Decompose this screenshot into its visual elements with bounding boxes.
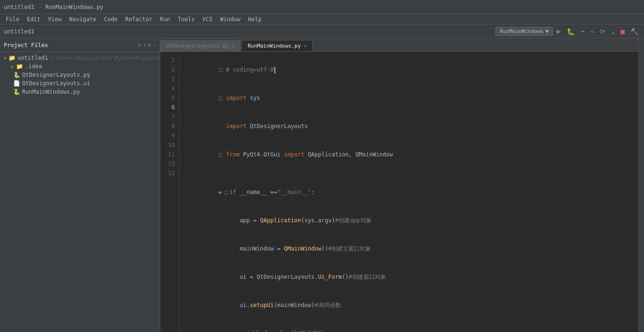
- run-button[interactable]: ▶: [555, 26, 563, 37]
- cloud-button[interactable]: ☁: [609, 27, 617, 36]
- menu-item-edit[interactable]: Edit: [23, 14, 44, 24]
- indent-11: [219, 330, 236, 332]
- arrow-root: ▼: [4, 56, 7, 61]
- run-config-label: RunMainWindows: [500, 28, 544, 34]
- menu-item-vcs[interactable]: VCS: [198, 14, 216, 24]
- toolbar-left: untitled1: [4, 28, 34, 35]
- menu-item-tools[interactable]: Tools: [174, 14, 198, 24]
- stop-button[interactable]: ■: [619, 27, 627, 36]
- tab-runmainwindows[interactable]: RunMainWindows.py ×: [241, 40, 313, 51]
- tab-qtdesignerlayouts[interactable]: QtDesignerLayouts.py ×: [160, 40, 240, 51]
- comment-8: #创建主窗口对象: [328, 245, 371, 252]
- code-editor[interactable]: 1 2 3 4 5 6 7 8 9 10 11 12 13 □# coding=…: [160, 52, 638, 332]
- project-panel-header: Project Files ⊕ ↕ ⚙ –: [0, 39, 160, 52]
- code-content[interactable]: □# coding=utf-8 □import sys import QtDes…: [179, 52, 638, 332]
- colon: :: [311, 189, 314, 195]
- panel-action-sync[interactable]: ↕: [143, 42, 146, 48]
- indent-9: [219, 274, 236, 280]
- tab-close-2[interactable]: ×: [304, 43, 306, 49]
- line-8: 8: [160, 121, 179, 131]
- menu-item-help[interactable]: Help: [244, 14, 265, 24]
- run-config[interactable]: RunMainWindows ▼: [495, 27, 553, 36]
- tab-label-2: RunMainWindows.py: [248, 43, 301, 49]
- tab-bar: QtDesignerLayouts.py × RunMainWindows.py…: [160, 39, 638, 52]
- menu-item-navigate[interactable]: Navigate: [66, 14, 100, 24]
- python-icon-1: 🐍: [13, 72, 20, 78]
- right-scrollbar[interactable]: [638, 39, 644, 332]
- tree-item-root[interactable]: ▼ 📁 untitled1 C:\Users\Administrator\Pyc…: [0, 54, 160, 62]
- indent-8: [219, 245, 236, 252]
- code-line-1: □# coding=utf-8: [185, 56, 633, 84]
- uiform-fn: Ui_Form: [318, 274, 342, 280]
- tree-item-idea[interactable]: ▶ 📁 .idea: [0, 62, 160, 71]
- mainwindow-args: (): [322, 245, 328, 252]
- setupui-fn: setupUi: [250, 302, 274, 308]
- menu-item-file[interactable]: File: [2, 14, 23, 24]
- menu-item-window[interactable]: Window: [216, 14, 244, 24]
- project-panel: Project Files ⊕ ↕ ⚙ – ▼ 📁 untitled1 C:\U…: [0, 39, 160, 332]
- import-1: import: [226, 95, 246, 101]
- editor-area: QtDesignerLayouts.py × RunMainWindows.py…: [160, 39, 638, 332]
- code-line-3: import QtDesignerLayouts: [185, 112, 633, 140]
- line-1: 1: [160, 56, 179, 65]
- qtdesigner-ui-label: QtDesignerLayouts.ui: [22, 80, 91, 87]
- file-title: RunMainWindows.py: [45, 4, 103, 10]
- mainwindow-var: mainWindow =: [239, 245, 284, 252]
- import-2: import: [226, 123, 246, 130]
- fold-6: □: [224, 189, 227, 195]
- from-kw: from: [226, 151, 239, 158]
- line-10: 10: [160, 140, 179, 150]
- menu-item-run[interactable]: Run: [156, 14, 174, 24]
- line-numbers: 1 2 3 4 5 6 7 8 9 10 11 12 13: [160, 52, 179, 332]
- folder-icon-idea: 📁: [16, 63, 23, 70]
- line-13: 13: [160, 169, 179, 178]
- name-check: __name__ ==: [236, 189, 277, 195]
- project-title: untitled1: [4, 4, 34, 10]
- comment-11: #显示窗口: [297, 330, 323, 332]
- ui-icon: 📄: [13, 80, 20, 87]
- debug-button[interactable]: 🐛: [565, 27, 577, 36]
- coverage-button[interactable]: ☂: [578, 27, 586, 36]
- concurrency-button[interactable]: ⟳: [598, 27, 607, 36]
- profile-button[interactable]: ⚡: [588, 27, 596, 36]
- tree-item-qtdesigner-ui[interactable]: 📄 QtDesignerLayouts.ui: [0, 79, 160, 88]
- arrow-idea: ▶: [11, 64, 14, 69]
- ui-args: (): [342, 274, 348, 280]
- line-9: 9: [160, 131, 179, 140]
- panel-action-new[interactable]: ⊕: [138, 42, 141, 48]
- pyqt4: PyQt4.QtGui: [239, 151, 284, 158]
- build-button[interactable]: 🔨: [628, 27, 640, 36]
- line-3: 3: [160, 74, 179, 84]
- main-area: Project Files ⊕ ↕ ⚙ – ▼ 📁 untitled1 C:\U…: [0, 39, 644, 332]
- file-tree: ▼ 📁 untitled1 C:\Users\Administrator\Pyc…: [0, 52, 160, 332]
- tree-item-qtdesigner-py[interactable]: 🐍 QtDesignerLayouts.py: [0, 71, 160, 79]
- tree-item-runmainwindows[interactable]: 🐍 RunMainWindows.py: [0, 88, 160, 96]
- menu-item-code[interactable]: Code: [100, 14, 122, 24]
- comment-10: #调用函数: [314, 302, 340, 308]
- line-5: 5: [160, 93, 179, 103]
- menu-item-refactor[interactable]: Refactor: [121, 14, 156, 24]
- code-line-7: app = QApplication(sys.argv)#创建app对象: [185, 206, 633, 235]
- code-line-6: ▶□if __name__ =="__main__":: [185, 178, 633, 206]
- indent-7: [219, 217, 236, 224]
- code-line-9: ui = QtDesignerLayouts.Ui_Form()#创建窗口对象: [185, 263, 633, 291]
- tab-close-1[interactable]: ×: [231, 43, 234, 49]
- line-6: 6: [160, 103, 179, 112]
- project-label: untitled1: [4, 28, 34, 35]
- run-config-arrow: ▼: [545, 28, 549, 34]
- show-call: mainWindow.: [239, 330, 277, 332]
- code-line-10: ui.setupUi(mainWindow)#调用函数: [185, 291, 633, 319]
- runmainwindows-label: RunMainWindows.py: [22, 89, 80, 95]
- fold-3: [219, 123, 222, 130]
- menu-bar: FileEditViewNavigateCodeRefactorRunTools…: [0, 14, 644, 24]
- menu-item-view[interactable]: View: [44, 14, 66, 24]
- panel-title: Project Files: [4, 42, 48, 49]
- qapp-fn: QApplication: [260, 217, 301, 224]
- if-kw: if: [230, 189, 236, 195]
- panel-action-collapse[interactable]: –: [153, 42, 156, 48]
- qtdesigner-py-label: QtDesignerLayouts.py: [22, 72, 91, 78]
- fold-1: □: [219, 66, 222, 73]
- toolbar-right: RunMainWindows ▼ ▶ 🐛 ☂ ⚡ ⟳ ☁ ■ 🔨: [495, 26, 640, 37]
- fold-4: □: [219, 151, 222, 158]
- panel-action-settings[interactable]: ⚙: [148, 42, 151, 48]
